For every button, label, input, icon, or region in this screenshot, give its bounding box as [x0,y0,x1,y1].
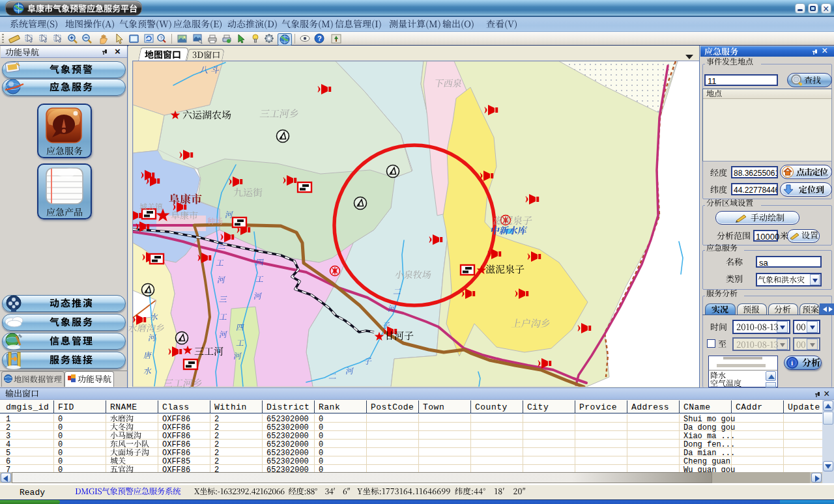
svg-text:i: i [791,359,793,367]
svg-text:?: ? [160,35,163,41]
svg-text:?: ? [317,35,322,42]
